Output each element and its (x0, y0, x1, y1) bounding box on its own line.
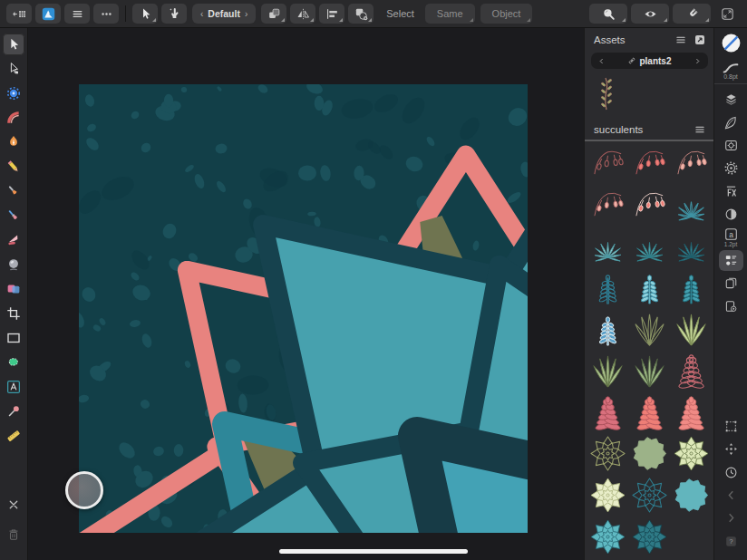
brushes-studio-icon[interactable] (719, 112, 743, 133)
pencil-tool[interactable] (3, 156, 24, 178)
succulents-section-title: succulents (594, 124, 688, 135)
crop-tool[interactable] (3, 303, 24, 324)
boolean-ops-button[interactable] (348, 4, 374, 24)
fullscreen-button[interactable] (714, 4, 740, 24)
develop-studio-icon[interactable] (719, 158, 743, 179)
paint-brush-tool[interactable] (3, 205, 24, 227)
asset-thumbnail-cone[interactable] (587, 392, 629, 433)
svg-text:a: a (729, 230, 733, 239)
asset-thumbnail-rosette[interactable] (587, 475, 629, 516)
preset-label[interactable]: Default (208, 8, 240, 19)
contour-tool[interactable] (3, 107, 24, 129)
app-logo-button[interactable] (35, 4, 61, 24)
transform-panel-icon[interactable] (719, 416, 743, 437)
pen-tool[interactable] (3, 131, 24, 153)
stroke-color-swatch[interactable] (720, 32, 742, 54)
asset-thumbnail-sedum[interactable] (670, 267, 712, 308)
help-button[interactable]: ? (719, 531, 743, 552)
duplicate-button[interactable] (261, 4, 286, 24)
pages-studio-icon[interactable] (719, 273, 743, 294)
main-menu-button[interactable] (64, 4, 90, 24)
asset-thumbnail-cone[interactable] (670, 351, 712, 391)
asset-thumbnail-rosette[interactable] (670, 434, 712, 475)
history-panel-icon[interactable] (719, 462, 743, 483)
navigator-panel-icon[interactable] (719, 439, 743, 459)
rectangle-tool[interactable] (3, 327, 24, 349)
category-next-icon[interactable] (687, 57, 708, 65)
close-button[interactable] (4, 495, 24, 515)
asset-thumbnail-rosette[interactable] (587, 434, 629, 475)
category-link[interactable]: plants2 (612, 56, 687, 66)
vector-brush-tool[interactable] (3, 180, 24, 202)
select-mode-button[interactable] (132, 4, 158, 24)
select-same-button[interactable]: Same (425, 4, 475, 24)
asset-thumbnail-sedum[interactable] (587, 267, 629, 308)
asset-thumbnail-sedum[interactable] (587, 309, 629, 350)
preset-next-icon[interactable]: › (240, 9, 252, 19)
node-tool[interactable] (3, 58, 24, 80)
corner-tool[interactable] (3, 82, 24, 104)
asset-thumbnail-droop[interactable] (587, 143, 629, 184)
assets-menu-icon[interactable] (674, 33, 688, 47)
category-prev-icon[interactable] (591, 57, 612, 65)
asset-thumbnail-rosette[interactable] (587, 517, 629, 557)
asset-thumbnail-agave[interactable] (629, 309, 671, 350)
asset-thumbnail-blob[interactable] (629, 434, 671, 475)
asset-thumbnail-cone[interactable] (670, 392, 712, 433)
asset-thumbnail-agave[interactable] (587, 351, 629, 391)
asset-thumbnail-spider[interactable] (670, 227, 712, 267)
export-studio-icon[interactable] (719, 296, 743, 317)
more-options-button[interactable] (93, 4, 119, 24)
back-to-gallery-button[interactable] (6, 4, 32, 24)
asset-thumbnail-spider[interactable] (629, 227, 671, 267)
asset-thumbnail-sprig[interactable] (588, 72, 625, 119)
asset-thumbnail-droop[interactable] (587, 185, 629, 226)
ruler-tool[interactable] (3, 425, 24, 447)
transparency-tool[interactable] (3, 278, 24, 300)
canvas-area[interactable] (27, 27, 585, 560)
studio-sidebar: 0.8pt a1.2pt ? (713, 27, 747, 560)
alignment-button[interactable] (319, 4, 344, 24)
typography-studio-icon[interactable]: a1.2pt (719, 227, 743, 247)
detach-panel-icon[interactable] (693, 33, 707, 47)
undo-button[interactable] (719, 485, 743, 506)
asset-thumbnail-sedum[interactable] (629, 267, 671, 308)
asset-thumbnail-droop[interactable] (629, 143, 671, 184)
asset-thumbnail-blob[interactable] (670, 475, 712, 516)
flip-horizontal-button[interactable] (290, 4, 315, 24)
asset-thumbnail-cone[interactable] (629, 392, 671, 433)
effects-studio-icon[interactable] (719, 181, 743, 202)
zoom-button[interactable] (589, 4, 627, 24)
asset-thumbnail-spider[interactable] (670, 185, 712, 226)
fill-tool[interactable] (3, 254, 24, 275)
preset-selector[interactable]: ‹ Default › (192, 4, 256, 24)
view-mode-button[interactable] (631, 4, 669, 24)
select-object-button[interactable]: Object (480, 4, 533, 24)
asset-thumbnail-agave[interactable] (670, 309, 712, 350)
adjustments-studio-icon[interactable] (719, 135, 743, 156)
delete-button[interactable] (4, 525, 24, 545)
snapping-button[interactable] (673, 4, 711, 24)
text-tool[interactable] (3, 376, 24, 398)
touch-loupe[interactable] (65, 471, 103, 509)
asset-thumbnail-rosette[interactable] (629, 475, 671, 516)
asset-thumbnail-spider[interactable] (587, 227, 629, 267)
asset-thumbnail-droop[interactable] (629, 185, 671, 226)
assets-studio-icon[interactable] (719, 250, 743, 271)
flood-select-tool[interactable] (3, 352, 24, 373)
layers-studio-icon[interactable] (719, 89, 743, 110)
document-canvas[interactable] (79, 84, 528, 533)
asset-thumbnail-agave[interactable] (629, 351, 671, 391)
succulents-menu-icon[interactable] (693, 122, 707, 137)
stroke-style-icon[interactable] (721, 58, 741, 72)
asset-thumbnail-rosette[interactable] (629, 517, 671, 557)
color-studio-icon[interactable] (719, 204, 743, 225)
color-picker-tool[interactable] (3, 401, 24, 422)
redo-button[interactable] (719, 507, 743, 528)
home-indicator[interactable] (279, 549, 468, 554)
knife-tool[interactable] (3, 229, 24, 251)
asset-thumbnail-droop[interactable] (670, 143, 712, 184)
touch-gesture-button[interactable] (161, 4, 187, 24)
preset-prev-icon[interactable]: ‹ (196, 9, 208, 19)
move-tool[interactable] (3, 34, 24, 55)
